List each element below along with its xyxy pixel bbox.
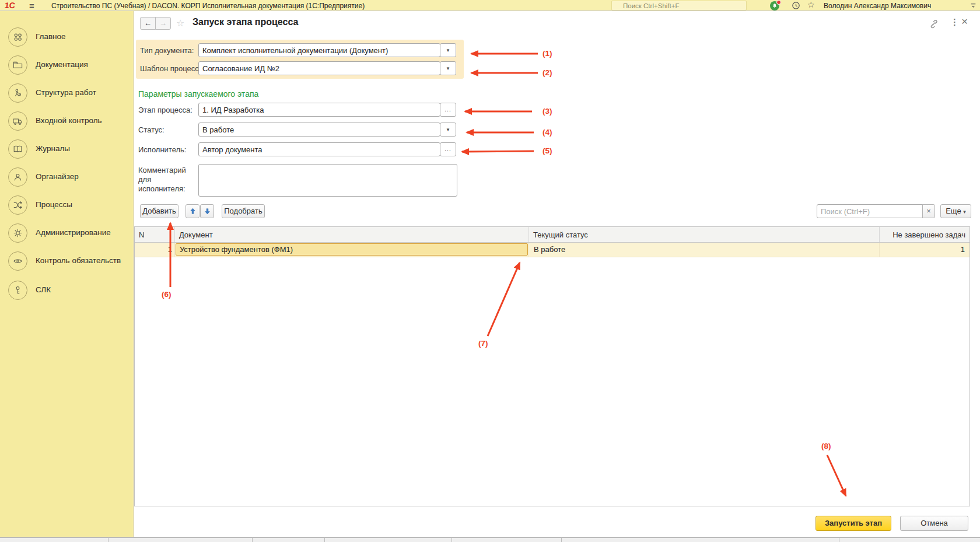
- cancel-button[interactable]: Отмена: [900, 516, 968, 531]
- collapse-panel-icon[interactable]: [970, 2, 977, 9]
- stage-input[interactable]: [198, 103, 440, 117]
- documents-table: N Документ Текущий статус Не завершено з…: [134, 226, 970, 506]
- status-cell[interactable]: В работе: [529, 243, 880, 257]
- page-title: Запуск этапа процесса: [192, 17, 298, 27]
- back-button[interactable]: ←: [140, 17, 156, 30]
- status-label: Статус:: [138, 125, 164, 134]
- sidebar-item-glavnoe[interactable]: Главное: [0, 27, 134, 51]
- clear-search-button[interactable]: ×: [922, 204, 935, 218]
- start-stage-button[interactable]: Запустить этап: [816, 516, 891, 531]
- 1c-logo-icon: 1С: [4, 1, 16, 10]
- favorites-star-icon[interactable]: ☆: [807, 0, 815, 9]
- executor-label: Исполнитель:: [138, 145, 186, 154]
- user-menu[interactable]: Володин Александр Максимович: [824, 2, 931, 10]
- table-header: N Документ Текущий статус Не завершено з…: [135, 227, 970, 243]
- document-cell[interactable]: Устройство фундаментов (ФМ1): [175, 243, 529, 257]
- top-bar: 1С ≡ Строительство ПС (Учебная) / DACON.…: [0, 0, 980, 11]
- favorite-star-icon[interactable]: ☆: [176, 18, 184, 29]
- truck-icon: [8, 111, 27, 131]
- doc-type-input[interactable]: [198, 43, 440, 57]
- executor-select-button[interactable]: ...: [440, 142, 456, 156]
- annotation-label-4: (4): [542, 128, 552, 137]
- stage-select-button[interactable]: ...: [440, 103, 456, 117]
- section-title: Параметры запускаемого этапа: [138, 89, 258, 99]
- annotation-label-3: (3): [542, 107, 552, 116]
- home-grid-icon: [8, 27, 27, 47]
- window-taskbar[interactable]: [0, 537, 980, 542]
- column-header-document[interactable]: Документ: [175, 227, 529, 242]
- annotation-label-2: (2): [542, 68, 552, 77]
- comment-label: Комментарий для исполнителя:: [138, 166, 197, 194]
- worker-icon: [8, 83, 27, 103]
- doc-type-label: Тип документа:: [140, 46, 194, 55]
- move-up-button[interactable]: [186, 204, 200, 218]
- link-icon[interactable]: [929, 19, 939, 29]
- executor-comment-textarea[interactable]: [198, 164, 457, 197]
- move-down-button[interactable]: [200, 204, 214, 218]
- pick-button[interactable]: Подобрать: [222, 204, 265, 218]
- table-search-input[interactable]: [817, 204, 923, 218]
- sidebar-item-organajzer[interactable]: Органайзер: [0, 167, 134, 191]
- template-label: Шаблон процесса:: [140, 64, 205, 73]
- sidebar-item-kontrol-obyazatelstv[interactable]: Контроль обязательств: [0, 251, 134, 275]
- executor-input[interactable]: [198, 142, 440, 156]
- stage-label: Этап процесса:: [138, 106, 192, 114]
- sidebar-item-vhodnoj-kontrol[interactable]: Входной контроль: [0, 111, 134, 135]
- gear-icon: [8, 223, 27, 243]
- sidebar-item-struktura-rabot[interactable]: Структура работ: [0, 83, 134, 107]
- eye-icon: [8, 251, 27, 271]
- sidebar-item-administrirovanie[interactable]: Администрирование: [0, 223, 134, 247]
- person-icon: [8, 167, 27, 187]
- sidebar-item-slk[interactable]: СЛК: [0, 281, 134, 304]
- add-button[interactable]: Добавить: [140, 204, 178, 218]
- sidebar-item-zhurnaly[interactable]: Журналы: [0, 139, 134, 163]
- column-header-n[interactable]: N: [135, 227, 175, 242]
- notification-badge: [776, 0, 781, 5]
- table-row[interactable]: 1 Устройство фундаментов (ФМ1) В работе …: [135, 243, 970, 257]
- unfinished-tasks-cell[interactable]: 1: [880, 243, 970, 257]
- sidebar: Главное Документация Структура работ Вхо…: [0, 11, 134, 537]
- doc-type-dropdown-button[interactable]: ▾: [440, 43, 456, 57]
- column-header-status[interactable]: Текущий статус: [529, 227, 880, 242]
- app-title: Строительство ПС (Учебная) / DACON. КОРП…: [51, 2, 365, 10]
- more-button-label: Еще: [946, 207, 961, 215]
- history-icon[interactable]: [792, 1, 800, 10]
- sidebar-item-processy[interactable]: Процессы: [0, 195, 134, 219]
- close-icon[interactable]: ×: [961, 15, 968, 28]
- more-button[interactable]: Еще ▾: [940, 204, 971, 218]
- column-header-unfinished-tasks[interactable]: Не завершено задач: [880, 227, 970, 242]
- annotation-arrow-5: [462, 151, 534, 152]
- annotation-label-5: (5): [542, 146, 552, 155]
- template-input[interactable]: [198, 61, 440, 75]
- template-dropdown-button[interactable]: ▾: [440, 61, 456, 75]
- sidebar-item-dokumentaciya[interactable]: Документация: [0, 55, 134, 79]
- key-icon: [8, 281, 27, 300]
- selected-cell[interactable]: Устройство фундаментов (ФМ1): [176, 243, 528, 256]
- folder-icon: [8, 55, 27, 75]
- process-arrows-icon: [8, 195, 27, 215]
- status-input[interactable]: [198, 123, 440, 137]
- chevron-down-icon: ▾: [963, 209, 966, 215]
- hamburger-icon[interactable]: ≡: [29, 0, 34, 11]
- global-search-input[interactable]: [611, 1, 747, 11]
- more-dots-icon[interactable]: ⋮: [950, 17, 959, 27]
- status-dropdown-button[interactable]: ▾: [440, 123, 456, 137]
- app-window: 1С ≡ Строительство ПС (Учебная) / DACON.…: [0, 0, 980, 542]
- book-icon: [8, 139, 27, 159]
- row-number-cell[interactable]: 1: [135, 243, 175, 257]
- annotation-label-1: (1): [542, 49, 552, 58]
- forward-button[interactable]: →: [155, 17, 171, 30]
